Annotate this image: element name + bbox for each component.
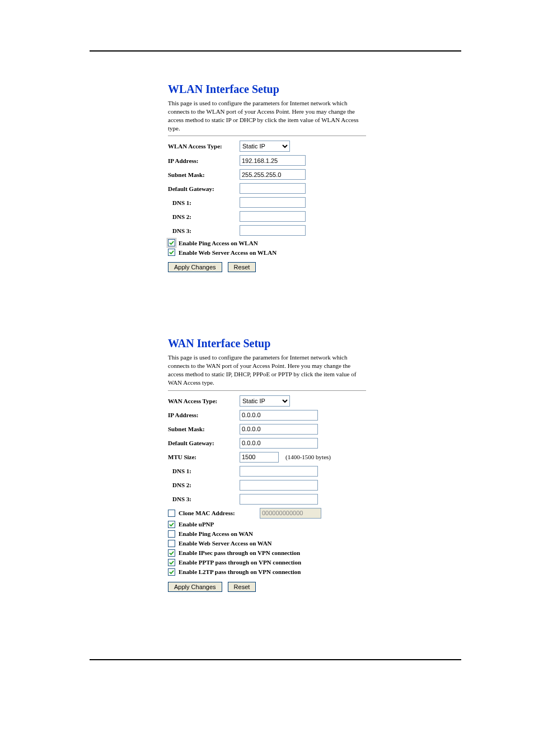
check-icon [169, 560, 174, 565]
wan-upnp-checkbox[interactable] [168, 521, 175, 528]
wan-gateway-input[interactable] [240, 438, 318, 449]
wan-pptp-checkbox[interactable] [168, 559, 175, 566]
wan-dns3-row: DNS 3: [168, 494, 366, 505]
wlan-ping-label: Enable Ping Access on WLAN [179, 240, 258, 246]
wan-gateway-row: Default Gateway: [168, 438, 366, 449]
wlan-access-type-row: WLAN Access Type: Static IP [168, 141, 366, 152]
wlan-dns1-row: DNS 1: [168, 197, 366, 208]
wan-heading: WAN Interface Setup [168, 337, 366, 350]
wlan-apply-button[interactable]: Apply Changes [168, 262, 222, 272]
wlan-webserver-checkbox[interactable] [168, 249, 175, 256]
wan-dns3-label: DNS 3: [168, 496, 240, 502]
wan-upnp-row: Enable uPNP [168, 521, 366, 528]
wan-subnet-label: Subnet Mask: [168, 426, 240, 432]
wan-mtu-hint: (1400-1500 bytes) [285, 454, 331, 460]
wan-dns1-label: DNS 1: [168, 468, 240, 474]
wlan-webserver-label: Enable Web Server Access on WLAN [179, 249, 277, 256]
wlan-ping-checkbox-row: Enable Ping Access on WLAN [168, 239, 366, 246]
wlan-dns1-label: DNS 1: [168, 199, 240, 206]
wan-dns2-input[interactable] [240, 480, 318, 491]
wlan-dns2-input[interactable] [240, 211, 306, 222]
wan-ip-label: IP Address: [168, 412, 240, 418]
wan-mtu-row: MTU Size: (1400-1500 bytes) [168, 452, 366, 463]
wan-webserver-label: Enable Web Server Access on WAN [179, 540, 272, 547]
wan-ip-input[interactable] [240, 410, 318, 421]
wlan-access-type-select[interactable]: Static IP [240, 141, 290, 152]
wan-reset-button[interactable]: Reset [228, 582, 256, 592]
wlan-ping-checkbox[interactable] [168, 239, 175, 246]
wan-subnet-row: Subnet Mask: [168, 424, 366, 435]
wan-button-row: Apply Changes Reset [168, 581, 366, 592]
wan-dns1-input[interactable] [240, 466, 318, 477]
wan-description: This page is used to configure the param… [168, 353, 366, 386]
check-icon [169, 522, 174, 527]
wan-dns1-row: DNS 1: [168, 466, 366, 477]
wlan-button-row: Apply Changes Reset [168, 262, 366, 272]
wan-ipsec-checkbox[interactable] [168, 549, 175, 557]
wan-access-type-select[interactable]: Static IP [240, 395, 290, 407]
wan-access-type-row: WAN Access Type: Static IP [168, 395, 366, 407]
wan-gateway-label: Default Gateway: [168, 440, 240, 446]
page: WLAN Interface Setup This page is used t… [0, 0, 534, 694]
check-icon [169, 570, 174, 575]
wan-subnet-input[interactable] [240, 424, 318, 435]
wan-upnp-label: Enable uPNP [179, 521, 214, 528]
wlan-reset-button[interactable]: Reset [228, 262, 256, 272]
wlan-gateway-label: Default Gateway: [168, 185, 240, 192]
wan-ping-checkbox[interactable] [168, 530, 175, 538]
wan-l2tp-label: Enable L2TP pass through on VPN connecti… [179, 568, 301, 575]
wan-access-type-label: WAN Access Type: [168, 398, 240, 404]
check-icon [169, 250, 174, 255]
spacer [168, 272, 366, 334]
wlan-description: This page is used to configure the param… [168, 99, 366, 132]
wan-webserver-row: Enable Web Server Access on WAN [168, 540, 366, 547]
wlan-subnet-input[interactable] [240, 169, 306, 180]
wan-mtu-input[interactable] [240, 452, 279, 463]
content-area: WLAN Interface Setup This page is used t… [0, 52, 534, 592]
divider [168, 136, 366, 136]
wlan-ip-label: IP Address: [168, 157, 240, 164]
wan-ipsec-row: Enable IPsec pass through on VPN connect… [168, 549, 366, 557]
wan-webserver-checkbox[interactable] [168, 540, 175, 547]
wlan-dns2-row: DNS 2: [168, 211, 366, 222]
wlan-dns1-input[interactable] [240, 197, 306, 208]
wlan-webserver-checkbox-row: Enable Web Server Access on WLAN [168, 249, 366, 256]
wan-clonemac-label: Clone MAC Address: [179, 510, 243, 516]
wan-pptp-row: Enable PPTP pass through on VPN connecti… [168, 559, 366, 566]
wlan-dns3-label: DNS 3: [168, 227, 240, 234]
wan-l2tp-checkbox[interactable] [168, 568, 175, 576]
wlan-dns2-label: DNS 2: [168, 213, 240, 220]
wlan-gateway-input[interactable] [240, 183, 306, 194]
wan-ping-row: Enable Ping Access on WAN [168, 530, 366, 538]
wan-dns3-input[interactable] [240, 494, 318, 505]
wan-clonemac-row: Clone MAC Address: [168, 508, 366, 519]
wan-ipsec-label: Enable IPsec pass through on VPN connect… [179, 549, 300, 556]
wan-clonemac-checkbox[interactable] [168, 510, 175, 517]
check-icon [169, 550, 174, 556]
wan-l2tp-row: Enable L2TP pass through on VPN connecti… [168, 568, 366, 576]
divider [168, 390, 366, 391]
wlan-subnet-label: Subnet Mask: [168, 171, 240, 178]
wan-dns2-label: DNS 2: [168, 482, 240, 488]
wlan-ip-row: IP Address: [168, 155, 366, 166]
wan-apply-button[interactable]: Apply Changes [168, 582, 222, 592]
wlan-access-type-label: WLAN Access Type: [168, 143, 240, 150]
wlan-dns3-input[interactable] [240, 225, 306, 236]
wan-mtu-label: MTU Size: [168, 454, 240, 460]
check-icon [169, 240, 174, 245]
wan-ip-row: IP Address: [168, 410, 366, 421]
wan-clonemac-input[interactable] [260, 508, 321, 519]
wlan-gateway-row: Default Gateway: [168, 183, 366, 194]
wan-ping-label: Enable Ping Access on WAN [179, 530, 253, 537]
bottom-rule [90, 659, 461, 660]
wlan-ip-input[interactable] [240, 155, 306, 166]
wan-pptp-label: Enable PPTP pass through on VPN connecti… [179, 559, 301, 566]
wlan-dns3-row: DNS 3: [168, 225, 366, 236]
wlan-subnet-row: Subnet Mask: [168, 169, 366, 180]
wlan-heading: WLAN Interface Setup [168, 83, 366, 96]
wan-dns2-row: DNS 2: [168, 480, 366, 491]
